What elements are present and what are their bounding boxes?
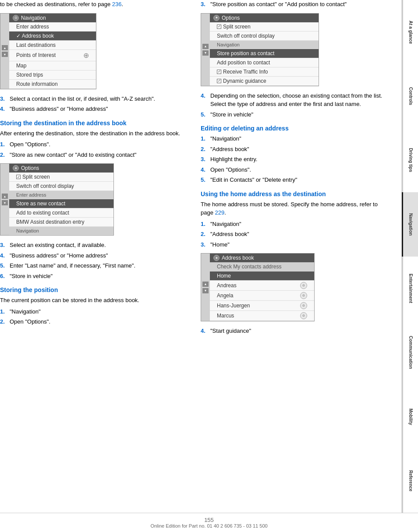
checkbox-split-r	[217, 25, 221, 29]
sidebar-reference[interactable]: Reference	[402, 449, 418, 513]
right-column: 3. "Store position as contact" or "Add p…	[201, 0, 393, 513]
section1-intro: After entering the destination, store th…	[0, 129, 192, 138]
list-item: 3. Select a contact in the list or, if d…	[0, 95, 192, 103]
sidebar: At a glance Controls Driving tips Naviga…	[401, 0, 418, 513]
options-header-1: ✦ Options	[9, 164, 113, 173]
nav-item-3: Last destinations	[9, 41, 96, 50]
ropt-item-1: Split screen	[210, 22, 319, 32]
nav-down-btn[interactable]: ▼	[2, 52, 8, 57]
list-item: 6. "Store in vehicle"	[0, 272, 192, 281]
opt-down-btn[interactable]: ▼	[2, 200, 8, 205]
sidebar-driving-tips[interactable]: Driving tips	[402, 128, 418, 192]
sidebar-entertainment[interactable]: Entertainment	[402, 257, 418, 321]
checkbox-split	[16, 175, 21, 179]
page-footer: 155 Online Edition for Part no. 01 40 2 …	[0, 513, 418, 532]
sidebar-at-a-glance[interactable]: At a glance	[402, 0, 418, 64]
sidebar-mobility[interactable]: Mobility	[402, 384, 418, 448]
nav-item-5: Map	[9, 61, 96, 70]
addr-item-1: Andreas ⊙	[210, 281, 314, 291]
opt2-up-btn[interactable]: ▲	[202, 44, 209, 49]
right-list-0: 3. "Store position as contact" or "Add p…	[201, 0, 393, 9]
list-item: 4.Open "Options".	[201, 166, 393, 174]
options-header-2: ✦ Options	[210, 14, 319, 22]
ropt-item-6: Dynamic guidance	[210, 77, 319, 86]
list-item: 3. Select an existing contact, if availa…	[0, 241, 192, 250]
opt-item-2: Switch off control display	[9, 182, 113, 191]
nav-item-2: ✓ Address book	[9, 32, 96, 41]
nav-up-btn[interactable]: ▲	[2, 45, 8, 50]
options-icon-1: ✦	[13, 165, 19, 171]
addr-contact-icon: ⊙	[300, 302, 307, 309]
sidebar-controls[interactable]: Controls	[402, 64, 418, 128]
addr-down-btn[interactable]: ▼	[202, 288, 209, 293]
right-list-4: 4. "Start guidance"	[201, 327, 393, 335]
nav-item-6: Stored trips	[9, 70, 96, 80]
side-nav-arrows-3: ▲ ▼	[201, 14, 210, 86]
list-item: 2."Address book"	[201, 145, 393, 154]
left-list-4: 1. "Navigation" 2. Open "Options".	[0, 307, 192, 326]
section2-intro: The current position can be stored in th…	[0, 296, 192, 305]
section4-intro: The home address must be stored. Specify…	[201, 200, 393, 217]
sidebar-navigation[interactable]: Navigation	[402, 192, 418, 256]
list-item: 4. "Business address" or "Home address"	[0, 251, 192, 260]
page-link-236[interactable]: 236	[112, 1, 122, 7]
addr-title: Address book	[222, 255, 254, 261]
list-item: 1. Open "Options".	[0, 140, 192, 149]
addr-item-3: Hans-Juergen ⊙	[210, 301, 314, 311]
options-title-1: Options	[21, 165, 39, 171]
nav-item-1: Enter address	[9, 22, 96, 32]
opt-item-3: Store as new contact	[9, 199, 113, 208]
list-item: 2."Address book"	[201, 230, 393, 239]
opt2-down-btn[interactable]: ▼	[202, 50, 209, 56]
section3-heading: Editing or deleting an address	[201, 125, 393, 132]
checkbox-dynamic	[217, 79, 221, 83]
list-item: 2. "Store as new contact" or "Add to exi…	[0, 151, 192, 159]
list-item: 1. "Navigation"	[0, 307, 192, 316]
ropt-item-3: Store position as contact	[210, 49, 319, 58]
addr-contact-icon: ⊙	[300, 292, 307, 299]
left-list-3: 3. Select an existing contact, if availa…	[0, 241, 192, 280]
opt-section-1: Enter address	[9, 191, 113, 199]
side-nav-arrows: ▲ ▼	[0, 14, 9, 89]
page-link-229[interactable]: 229	[215, 209, 225, 216]
ropt-item-5: Receive Traffic Info	[210, 67, 319, 77]
ropt-section: Navigation	[210, 41, 319, 49]
checkbox-traffic	[217, 70, 221, 74]
left-column: to be checked as destinations, refer to …	[0, 0, 192, 513]
section2-heading: Storing the position	[0, 286, 192, 293]
addr-item-check: Check My contacts address	[210, 262, 314, 271]
list-item: 5. Enter "Last name" and, if necessary, …	[0, 261, 192, 270]
section4-heading: Using the home address as the destinatio…	[201, 190, 393, 197]
addr-header: ✦ Address book	[210, 254, 314, 262]
list-item: 1."Navigation"	[201, 220, 393, 229]
list-item: 3."Home"	[201, 240, 393, 249]
nav-menu-screenshot: ▲ ▼ ⊙ Navigation Enter address ✓ Address…	[0, 13, 96, 89]
intro-text: to be checked as destinations, refer to …	[0, 0, 192, 9]
ropt-item-4: Add position to contact	[210, 58, 319, 67]
addr-book-screenshot: ▲ ▼ ✦ Address book Check My contacts add…	[201, 253, 315, 321]
sidebar-communication[interactable]: Communication	[402, 321, 418, 384]
options-screenshot-1: ▲ ▼ ✦ Options Split screen Switch off co…	[0, 163, 114, 236]
addr-item-4: Marcus ⊙	[210, 311, 314, 321]
nav-menu-title: Navigation	[21, 15, 46, 21]
list-item: 5. "Store in vehicle"	[201, 110, 393, 119]
list-item: 3. "Store position as contact" or "Add p…	[201, 0, 393, 9]
nav-icon: ⊙	[13, 15, 19, 21]
nav-item-4: Points of Interest ⊕	[9, 50, 96, 61]
list-item: 5."Edit in Contacts" or "Delete entry"	[201, 176, 393, 184]
list-item: 4. Depending on the selection, choose an…	[201, 92, 393, 109]
list-item: 1."Navigation"	[201, 134, 393, 143]
page-number: 155	[204, 517, 214, 523]
addr-contact-icon: ⊙	[300, 312, 307, 319]
opt-up-btn[interactable]: ▲	[2, 194, 8, 199]
page-body: to be checked as destinations, refer to …	[0, 0, 418, 513]
options-screenshot-2: ▲ ▼ ✦ Options Split screen Switch off co…	[201, 13, 319, 86]
addr-icon: ✦	[213, 255, 220, 261]
addr-up-btn[interactable]: ▲	[202, 282, 209, 287]
addr-item-2: Angela ⊙	[210, 291, 314, 301]
section1-heading: Storing the destination in the address b…	[0, 120, 192, 127]
left-list-1: 3. Select a contact in the list or, if d…	[0, 95, 192, 113]
side-nav-arrows-4: ▲ ▼	[201, 254, 210, 321]
list-item: 4. "Business address" or "Home address"	[0, 105, 192, 113]
footer-text: Online Edition for Part no. 01 40 2 606 …	[150, 523, 267, 528]
